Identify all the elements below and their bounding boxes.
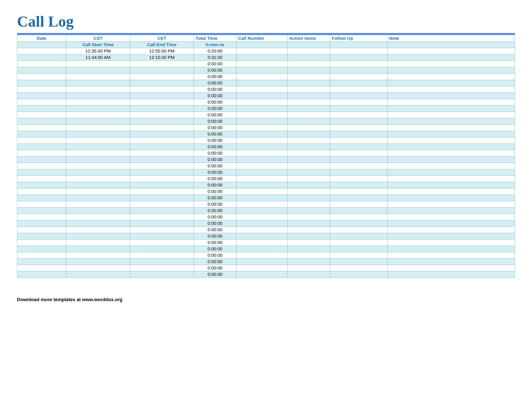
- cell-total[interactable]: 0:00:00: [194, 265, 236, 271]
- cell-act[interactable]: [287, 214, 330, 220]
- col-act[interactable]: Action items: [287, 35, 330, 42]
- cell-act[interactable]: [287, 195, 330, 201]
- cell-num[interactable]: [236, 195, 287, 201]
- cell-cst[interactable]: 11:44:00 AM: [66, 54, 130, 61]
- cell-note[interactable]: [387, 131, 515, 137]
- cell-total[interactable]: 0:00:00: [194, 93, 236, 99]
- cell-total[interactable]: 0:00:00: [194, 201, 236, 207]
- cell-fu[interactable]: [330, 201, 387, 207]
- cell-num[interactable]: [236, 271, 287, 278]
- cell-total[interactable]: 0:00:00: [194, 220, 236, 226]
- cell-total[interactable]: 0:00:00: [194, 118, 236, 125]
- cell-date[interactable]: [17, 105, 66, 112]
- cell-total[interactable]: 0:00:00: [194, 99, 236, 105]
- cell-note[interactable]: [387, 163, 515, 169]
- cell-num[interactable]: [236, 188, 287, 195]
- cell-cst[interactable]: [66, 143, 130, 150]
- cell-act[interactable]: [287, 150, 330, 156]
- cell-cet[interactable]: [130, 233, 194, 239]
- cell-note[interactable]: [387, 175, 515, 182]
- cell-fu[interactable]: [330, 220, 387, 226]
- cell-total[interactable]: 0:00:00: [194, 195, 236, 201]
- cell-num[interactable]: [236, 214, 287, 220]
- cell-total[interactable]: 0:00:00: [194, 143, 236, 150]
- cell-note[interactable]: [387, 233, 515, 239]
- cell-date[interactable]: [17, 73, 66, 80]
- cell-act[interactable]: [287, 220, 330, 226]
- cell-note[interactable]: [387, 207, 515, 214]
- cell-cst[interactable]: [66, 195, 130, 201]
- col-cst[interactable]: CST: [66, 35, 130, 42]
- cell-fu[interactable]: [330, 175, 387, 182]
- cell-fu[interactable]: [330, 131, 387, 137]
- cell-cst[interactable]: [66, 137, 130, 143]
- cell-num[interactable]: [236, 112, 287, 118]
- cell-cst[interactable]: [66, 246, 130, 252]
- cell-fu[interactable]: [330, 48, 387, 54]
- cell-cet[interactable]: [130, 156, 194, 163]
- cell-act[interactable]: [287, 125, 330, 131]
- cell-fu[interactable]: [330, 150, 387, 156]
- cell-cst[interactable]: [66, 73, 130, 80]
- cell-num[interactable]: [236, 73, 287, 80]
- cell-cet[interactable]: 12:15:00 PM: [130, 54, 194, 61]
- cell-cst[interactable]: [66, 93, 130, 99]
- cell-fu[interactable]: [330, 112, 387, 118]
- cell-cet[interactable]: [130, 195, 194, 201]
- cell-num[interactable]: [236, 125, 287, 131]
- cell-total[interactable]: 0:00:00: [194, 61, 236, 67]
- cell-num[interactable]: [236, 80, 287, 86]
- cell-note[interactable]: [387, 48, 515, 54]
- cell-total[interactable]: 0:00:00: [194, 86, 236, 93]
- cell-date[interactable]: [17, 182, 66, 188]
- cell-total[interactable]: 0:00:00: [194, 246, 236, 252]
- cell-date[interactable]: [17, 80, 66, 86]
- cell-note[interactable]: [387, 201, 515, 207]
- cell-total[interactable]: 0:00:00: [194, 226, 236, 233]
- cell-cst[interactable]: [66, 86, 130, 93]
- col-fu[interactable]: Follow Up: [330, 35, 387, 42]
- cell-date[interactable]: [17, 137, 66, 143]
- cell-note[interactable]: [387, 105, 515, 112]
- cell-act[interactable]: [287, 201, 330, 207]
- cell-fu[interactable]: [330, 93, 387, 99]
- cell-date[interactable]: [17, 150, 66, 156]
- cell-cet[interactable]: [130, 265, 194, 271]
- cell-cet[interactable]: [130, 182, 194, 188]
- cell-fu[interactable]: [330, 156, 387, 163]
- cell-cet[interactable]: [130, 143, 194, 150]
- cell-cst[interactable]: [66, 67, 130, 73]
- cell-date[interactable]: [17, 175, 66, 182]
- cell-date[interactable]: [17, 112, 66, 118]
- cell-cst[interactable]: [66, 207, 130, 214]
- cell-note[interactable]: [387, 246, 515, 252]
- cell-date[interactable]: [17, 188, 66, 195]
- cell-fu[interactable]: [330, 99, 387, 105]
- cell-act[interactable]: [287, 137, 330, 143]
- cell-date[interactable]: [17, 207, 66, 214]
- cell-num[interactable]: [236, 207, 287, 214]
- cell-num[interactable]: [236, 99, 287, 105]
- cell-fu[interactable]: [330, 73, 387, 80]
- cell-cet[interactable]: [130, 118, 194, 125]
- cell-date[interactable]: [17, 125, 66, 131]
- cell-cet[interactable]: [130, 175, 194, 182]
- cell-cst[interactable]: [66, 226, 130, 233]
- cell-cet[interactable]: [130, 201, 194, 207]
- cell-date[interactable]: [17, 271, 66, 278]
- cell-num[interactable]: [236, 182, 287, 188]
- cell-act[interactable]: [287, 112, 330, 118]
- cell-cst[interactable]: [66, 169, 130, 175]
- cell-total[interactable]: 0:00:00: [194, 252, 236, 258]
- cell-fu[interactable]: [330, 86, 387, 93]
- cell-total[interactable]: 0:00:00: [194, 156, 236, 163]
- cell-date[interactable]: [17, 61, 66, 67]
- cell-fu[interactable]: [330, 258, 387, 265]
- cell-cet[interactable]: [130, 169, 194, 175]
- cell-cst[interactable]: [66, 233, 130, 239]
- cell-fu[interactable]: [330, 105, 387, 112]
- cell-act[interactable]: [287, 239, 330, 246]
- cell-total[interactable]: 0:00:00: [194, 105, 236, 112]
- col-num[interactable]: Call Number: [236, 35, 287, 42]
- cell-total[interactable]: 0:00:00: [194, 271, 236, 278]
